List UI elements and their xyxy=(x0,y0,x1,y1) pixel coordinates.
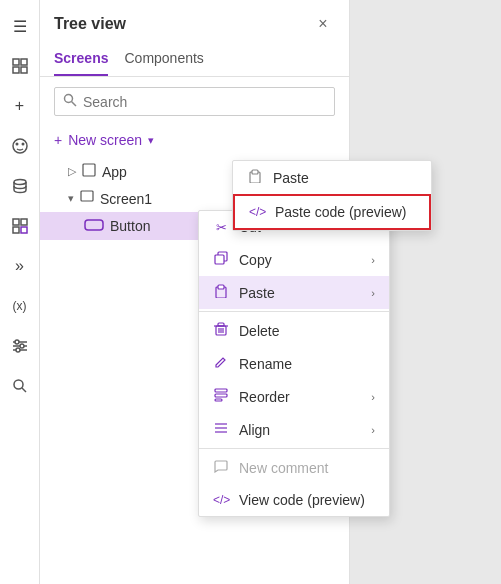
search-icon xyxy=(63,93,77,110)
cut-icon: ✂ xyxy=(213,220,229,235)
svg-rect-0 xyxy=(13,59,19,65)
menu-item-delete-label: Delete xyxy=(239,323,279,339)
svg-rect-11 xyxy=(21,227,27,233)
submenu-item-paste-code-label: Paste code (preview) xyxy=(275,204,407,220)
sub-code-icon: </> xyxy=(249,205,265,219)
screen-icon xyxy=(80,190,94,207)
search-input[interactable] xyxy=(83,94,326,110)
sub-paste-icon xyxy=(247,169,263,186)
menu-divider-1 xyxy=(199,311,389,312)
svg-rect-2 xyxy=(13,67,19,73)
tree-panel: Tree view × Screens Components + New scr… xyxy=(40,0,350,584)
copy-submenu-arrow: › xyxy=(371,254,375,266)
paste-submenu: Paste </> Paste code (preview) xyxy=(232,160,432,231)
menu-item-reorder[interactable]: Reorder › xyxy=(199,380,389,413)
tree-title: Tree view xyxy=(54,15,126,33)
svg-rect-35 xyxy=(215,389,227,392)
svg-rect-22 xyxy=(83,164,95,176)
align-icon xyxy=(213,421,229,438)
tree-item-app-label: App xyxy=(102,164,127,180)
plus-icon[interactable]: + xyxy=(2,88,38,124)
svg-rect-24 xyxy=(85,220,103,230)
svg-point-4 xyxy=(13,139,27,153)
svg-rect-10 xyxy=(13,227,19,233)
menu-item-delete[interactable]: Delete xyxy=(199,314,389,347)
svg-rect-9 xyxy=(21,219,27,225)
expand-icon: ▷ xyxy=(68,165,76,178)
close-icon[interactable]: × xyxy=(311,12,335,36)
submenu-item-paste-code[interactable]: </> Paste code (preview) xyxy=(233,194,431,230)
svg-rect-3 xyxy=(21,67,27,73)
sidebar: ☰ + » (x) xyxy=(0,0,40,584)
button-component-icon xyxy=(84,218,104,235)
menu-item-new-comment-label: New comment xyxy=(239,460,328,476)
svg-rect-37 xyxy=(215,399,222,401)
context-menu: ✂ Cut Copy › Paste › xyxy=(198,210,390,517)
svg-rect-23 xyxy=(81,191,93,201)
new-screen-label: New screen xyxy=(68,132,142,148)
palette-icon[interactable] xyxy=(2,128,38,164)
delete-icon xyxy=(213,322,229,339)
menu-item-paste[interactable]: Paste › xyxy=(199,276,389,309)
paste-submenu-arrow: › xyxy=(371,287,375,299)
svg-rect-36 xyxy=(215,394,227,397)
search-box xyxy=(54,87,335,116)
svg-rect-28 xyxy=(218,285,224,289)
svg-point-15 xyxy=(15,340,19,344)
controls-icon[interactable] xyxy=(2,328,38,364)
expand-icon-screen1: ▾ xyxy=(68,192,74,205)
chevron-down-icon: ▾ xyxy=(148,134,154,147)
hamburger-icon[interactable]: ☰ xyxy=(2,8,38,44)
svg-rect-8 xyxy=(13,219,19,225)
code-icon: </> xyxy=(213,493,229,507)
tab-screens[interactable]: Screens xyxy=(54,44,108,76)
tree-tabs: Screens Components xyxy=(40,44,349,77)
components-icon[interactable] xyxy=(2,208,38,244)
reorder-submenu-arrow: › xyxy=(371,391,375,403)
layers-icon[interactable] xyxy=(2,48,38,84)
menu-item-align-label: Align xyxy=(239,422,270,438)
new-screen-button[interactable]: + New screen ▾ xyxy=(40,126,349,154)
menu-item-reorder-label: Reorder xyxy=(239,389,290,405)
tab-components[interactable]: Components xyxy=(124,44,203,76)
tree-item-screen1-label: Screen1 xyxy=(100,191,152,207)
menu-item-copy[interactable]: Copy › xyxy=(199,243,389,276)
svg-line-21 xyxy=(72,102,77,107)
align-submenu-arrow: › xyxy=(371,424,375,436)
menu-item-view-code-label: View code (preview) xyxy=(239,492,365,508)
copy-icon xyxy=(213,251,229,268)
submenu-item-paste-label: Paste xyxy=(273,170,309,186)
menu-item-view-code[interactable]: </> View code (preview) xyxy=(199,484,389,516)
search-container xyxy=(40,77,349,126)
menu-item-align[interactable]: Align › xyxy=(199,413,389,446)
svg-point-7 xyxy=(14,180,26,185)
tree-header: Tree view × xyxy=(40,0,349,44)
menu-item-new-comment: New comment xyxy=(199,451,389,484)
variable-icon[interactable]: (x) xyxy=(2,288,38,324)
menu-item-copy-label: Copy xyxy=(239,252,272,268)
arrows-icon[interactable]: » xyxy=(2,248,38,284)
svg-line-19 xyxy=(22,388,26,392)
svg-point-6 xyxy=(21,143,24,146)
comment-icon xyxy=(213,459,229,476)
menu-divider-2 xyxy=(199,448,389,449)
svg-rect-1 xyxy=(21,59,27,65)
svg-point-18 xyxy=(14,380,23,389)
reorder-icon xyxy=(213,388,229,405)
svg-rect-34 xyxy=(218,323,224,326)
search-sidebar-icon[interactable] xyxy=(2,368,38,404)
paste-icon xyxy=(213,284,229,301)
svg-rect-26 xyxy=(215,255,224,264)
plus-new-icon: + xyxy=(54,132,62,148)
submenu-item-paste[interactable]: Paste xyxy=(233,161,431,194)
menu-item-rename-label: Rename xyxy=(239,356,292,372)
tree-item-button-label: Button xyxy=(110,218,150,234)
svg-point-17 xyxy=(16,348,20,352)
svg-rect-42 xyxy=(252,170,258,174)
database-icon[interactable] xyxy=(2,168,38,204)
menu-item-paste-label: Paste xyxy=(239,285,275,301)
menu-item-rename[interactable]: Rename xyxy=(199,347,389,380)
svg-point-5 xyxy=(15,143,18,146)
svg-point-20 xyxy=(65,95,73,103)
rename-icon xyxy=(213,355,229,372)
